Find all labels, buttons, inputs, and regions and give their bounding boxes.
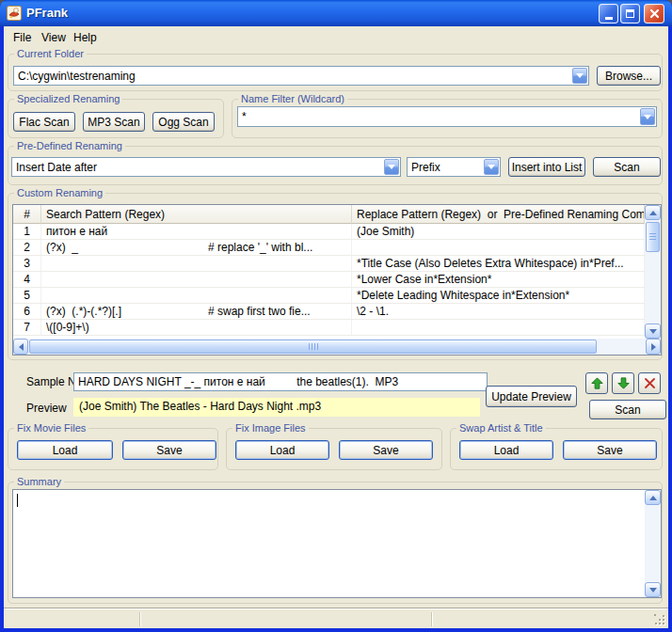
predefined-scan-button[interactable]: Scan (593, 157, 661, 177)
maximize-button[interactable] (620, 4, 640, 24)
search-comment: # replace '_' with bl... (208, 240, 312, 255)
position-value: Prefix (408, 161, 483, 174)
fix-movie-load-button[interactable]: Load (17, 440, 113, 460)
search-pattern: питон е най (46, 224, 208, 239)
move-up-icon (590, 376, 604, 390)
delete-row-button[interactable] (638, 372, 661, 394)
swap-artist-save-button[interactable]: Save (563, 440, 657, 460)
statusbar-divider (139, 612, 140, 626)
filter-dropdown-arrow-icon[interactable] (640, 108, 655, 125)
search-pattern: \([0-9]+\) (46, 320, 208, 335)
cell-replace[interactable] (352, 240, 645, 255)
table-row: 1 питон е най (Joe Smith) (13, 224, 645, 240)
fix-image-save-button[interactable]: Save (339, 440, 433, 460)
cell-replace[interactable]: \2 - \1. (352, 304, 645, 319)
scroll-down-icon[interactable] (645, 324, 661, 339)
browse-button[interactable]: Browse... (597, 66, 661, 86)
cell-replace[interactable]: *Lower Case in*Extension* (352, 272, 645, 287)
cell-replace[interactable] (352, 320, 645, 335)
swap-artist-load-button[interactable]: Load (459, 440, 553, 460)
summary-scroll-down-icon[interactable] (645, 582, 661, 597)
search-comment: # swap first two fie... (208, 304, 311, 319)
swap-artist-caption: Swap Artist & Title (456, 422, 546, 434)
update-preview-button[interactable]: Update Preview (486, 386, 577, 407)
table-row: 3 *Title Case (Also Deletes Extra Whites… (13, 256, 645, 272)
table-row: 4 *Lower Case in*Extension* (13, 272, 645, 288)
folder-dropdown-arrow-icon[interactable] (572, 68, 587, 84)
col-header-replace[interactable]: Replace Pattern (Regex) or Pre-Defined R… (352, 205, 645, 224)
col-header-search[interactable]: Search Pattern (Regex) (41, 205, 352, 224)
predefined-command-value: Insert Date after (12, 161, 383, 174)
cell-search[interactable]: \([0-9]+\) (41, 320, 352, 335)
command-dropdown-arrow-icon[interactable] (384, 159, 399, 175)
menu-file[interactable]: File (11, 26, 33, 49)
folder-combo-value: C:\cygwin\testrenaming (14, 70, 571, 83)
search-pattern (46, 256, 208, 271)
hscroll-thumb[interactable] (29, 340, 597, 354)
move-up-button[interactable] (585, 372, 608, 394)
summary-textarea[interactable] (12, 489, 662, 598)
sample-name-input[interactable]: HARD DAYS NIGHT _-_ питон е най the beat… (73, 372, 488, 391)
window-title: PFrank (26, 6, 68, 20)
cell-search[interactable]: (?x) (.*)-(.*?)[.]# swap first two fie..… (41, 304, 352, 319)
position-dropdown-arrow-icon[interactable] (484, 159, 499, 175)
folder-combo[interactable]: C:\cygwin\testrenaming (13, 66, 589, 86)
summary-caption: Summary (14, 476, 64, 488)
name-filter-combo[interactable]: * (237, 106, 657, 127)
preview-value: (Joe Smith) The Beatles - Hard Days Nigh… (73, 398, 480, 417)
summary-vscrollbar[interactable] (645, 490, 661, 597)
cell-num[interactable]: 6 (13, 304, 41, 319)
cell-search[interactable] (41, 288, 352, 303)
cell-replace[interactable]: (Joe Smith) (352, 224, 645, 239)
mp3-scan-button[interactable]: MP3 Scan (83, 112, 145, 132)
vscroll-thumb[interactable] (646, 222, 660, 252)
cell-num[interactable]: 7 (13, 320, 41, 335)
position-combo[interactable]: Prefix (407, 157, 501, 177)
preview-label: Preview (26, 402, 67, 415)
menu-help[interactable]: Help (72, 26, 99, 49)
fix-movie-caption: Fix Movie Files (14, 422, 88, 434)
specialized-caption: Specialized Renaming (14, 93, 122, 105)
scroll-right-icon[interactable] (646, 339, 661, 355)
move-down-button[interactable] (612, 372, 634, 394)
resize-grip[interactable] (654, 614, 666, 626)
cell-replace[interactable]: *Delete Leading Whitespace in*Extension* (352, 288, 645, 303)
cell-num[interactable]: 1 (13, 224, 41, 239)
delete-icon (644, 377, 656, 389)
cell-search[interactable] (41, 256, 352, 271)
minimize-button[interactable] (599, 4, 618, 24)
scroll-left-icon[interactable] (13, 339, 28, 355)
menu-view[interactable]: View (40, 26, 68, 49)
pfrank-window: PFrank File View Help Current Folder C:\… (0, 0, 672, 632)
flac-scan-button[interactable]: Flac Scan (13, 112, 75, 132)
cell-search[interactable] (41, 272, 352, 287)
summary-scroll-up-icon[interactable] (645, 490, 661, 505)
custom-scan-button[interactable]: Scan (589, 400, 666, 419)
title-bar[interactable]: PFrank (0, 0, 672, 26)
fix-image-load-button[interactable]: Load (235, 440, 329, 460)
cell-search[interactable]: питон е най (41, 224, 352, 239)
current-folder-caption: Current Folder (14, 48, 87, 60)
ogg-scan-button[interactable]: Ogg Scan (152, 112, 215, 132)
insert-into-list-button[interactable]: Insert into List (508, 157, 585, 177)
cell-num[interactable]: 4 (13, 272, 41, 287)
fix-movie-save-button[interactable]: Save (122, 440, 216, 460)
cell-num[interactable]: 3 (13, 256, 41, 271)
cell-replace[interactable]: *Title Case (Also Deletes Extra Whitespa… (352, 256, 645, 271)
cell-num[interactable]: 2 (13, 240, 41, 255)
col-header-num[interactable]: # (13, 205, 41, 224)
cell-search[interactable]: (?x) _# replace '_' with bl... (41, 240, 352, 255)
scroll-up-icon[interactable] (645, 205, 661, 220)
predefined-command-combo[interactable]: Insert Date after (11, 157, 401, 177)
maximize-icon (626, 9, 634, 18)
table-row: 6 (?x) (.*)-(.*?)[.]# swap first two fie… (13, 304, 645, 320)
table-row: 2 (?x) _# replace '_' with bl... (13, 240, 645, 256)
statusbar-divider (431, 612, 432, 626)
menu-bar: File View Help (4, 26, 668, 49)
status-bar (4, 608, 668, 628)
name-filter-caption: Name Filter (Wildcard) (238, 93, 347, 105)
close-button[interactable] (644, 4, 664, 24)
cell-num[interactable]: 5 (13, 288, 41, 303)
search-pattern: (?x) (.*)-(.*?)[.] (46, 304, 208, 319)
custom-caption: Custom Renaming (14, 187, 105, 199)
